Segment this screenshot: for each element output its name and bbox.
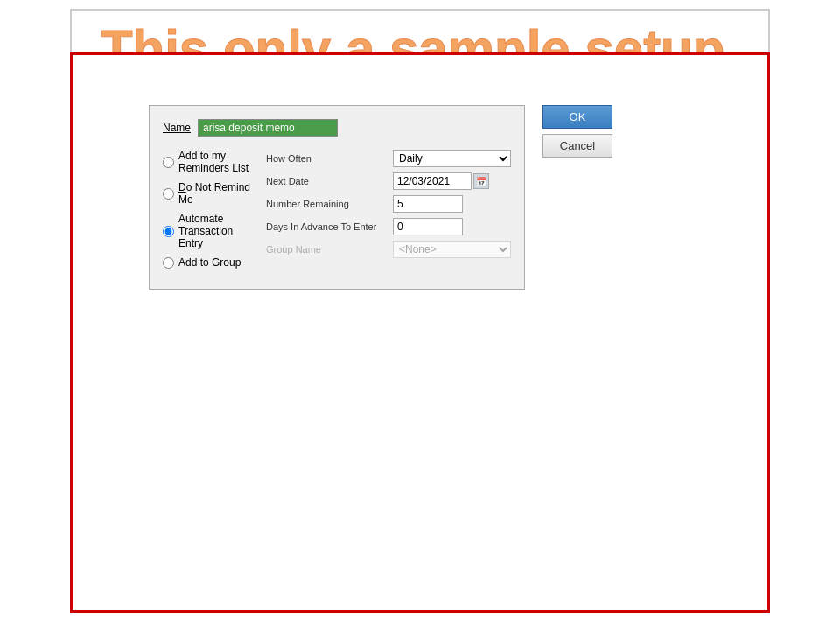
left-options: Add to my Reminders List Do Not Remind M… xyxy=(163,150,257,276)
radio-automate[interactable]: Automate Transaction Entry xyxy=(163,213,257,249)
radio-do-not-remind[interactable]: Do Not Remind Me xyxy=(163,181,257,206)
group-name-label: Group Name xyxy=(266,244,393,255)
next-date-label: Next Date xyxy=(266,176,393,186)
how-often-select[interactable]: Daily Weekly Monthly Quarterly Yearly xyxy=(393,150,511,167)
radio-add-group-label: Add to Group xyxy=(178,256,241,269)
calendar-icon[interactable]: 📅 xyxy=(473,173,489,189)
radio-do-not-remind-label: Do Not Remind Me xyxy=(178,181,257,206)
days-in-advance-label: Days In Advance To Enter xyxy=(266,221,393,232)
radio-do-not-remind-input[interactable] xyxy=(163,188,174,200)
options-section: Add to my Reminders List Do Not Remind M… xyxy=(163,150,511,276)
name-label: Name xyxy=(163,122,191,134)
group-name-select[interactable]: <None> xyxy=(393,241,511,258)
next-date-row: Next Date 📅 xyxy=(266,172,511,190)
number-remaining-input[interactable] xyxy=(393,195,463,213)
right-options: How Often Daily Weekly Monthly Quarterly… xyxy=(266,150,511,276)
name-input[interactable] xyxy=(198,119,338,136)
cancel-button[interactable]: Cancel xyxy=(542,134,612,158)
radio-add-group-input[interactable] xyxy=(163,257,174,269)
radio-automate-label: Automate Transaction Entry xyxy=(178,213,257,249)
radio-add-reminders-label: Add to my Reminders List xyxy=(178,150,257,174)
radio-automate-input[interactable] xyxy=(163,226,174,237)
days-in-advance-input[interactable] xyxy=(393,218,463,235)
buttons-area: OK Cancel xyxy=(542,105,612,158)
radio-add-reminders[interactable]: Add to my Reminders List xyxy=(163,150,257,174)
number-remaining-label: Number Remaining xyxy=(266,199,393,209)
date-input-wrapper: 📅 xyxy=(393,172,489,190)
how-often-label: How Often xyxy=(266,153,393,164)
name-row: Name xyxy=(163,119,511,136)
group-name-row: Group Name <None> xyxy=(266,241,511,258)
next-date-input[interactable] xyxy=(393,172,472,190)
number-remaining-row: Number Remaining xyxy=(266,195,511,213)
radio-add-group[interactable]: Add to Group xyxy=(163,256,257,269)
days-in-advance-row: Days In Advance To Enter xyxy=(266,218,511,235)
radio-add-reminders-input[interactable] xyxy=(163,157,174,168)
dialog-box: Name Add to my Reminders List Do Not Rem… xyxy=(149,105,525,290)
ok-button[interactable]: OK xyxy=(542,105,612,129)
how-often-row: How Often Daily Weekly Monthly Quarterly… xyxy=(266,150,511,167)
